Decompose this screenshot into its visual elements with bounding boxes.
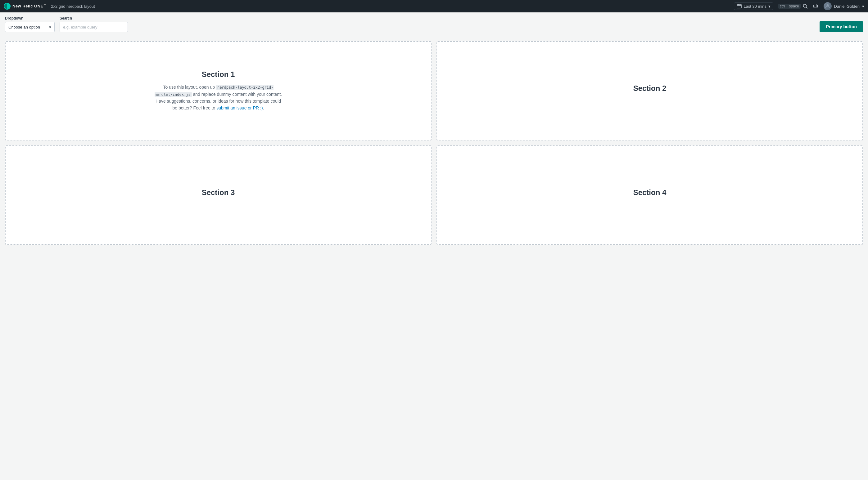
section-card-section1: Section 1To use this layout, open up ner… xyxy=(5,41,432,140)
search-shortcut: ctrl + space xyxy=(778,3,808,9)
dropdown-label: Dropdown xyxy=(5,16,55,21)
logo-tm: ™ xyxy=(43,4,46,6)
calendar-icon xyxy=(737,4,742,9)
dropdown-field: Dropdown Choose an option ▾ xyxy=(5,16,55,32)
avatar-image xyxy=(824,2,832,10)
chart-icon[interactable] xyxy=(813,3,819,10)
toolbar: Dropdown Choose an option ▾ Search Prima… xyxy=(0,12,868,36)
section-card-section3: Section 3 xyxy=(5,145,432,245)
time-picker-chevron: ▾ xyxy=(768,4,771,9)
page-title-nav: 2x2 grid nerdpack layout xyxy=(51,4,95,9)
user-name: Daniel Golden xyxy=(834,4,860,9)
search-field: Search xyxy=(60,16,128,32)
time-picker-button[interactable]: Last 30 mins ▾ xyxy=(734,2,773,10)
section4-title: Section 4 xyxy=(633,188,666,197)
user-menu[interactable]: Daniel Golden ▾ xyxy=(824,2,864,10)
user-menu-chevron: ▾ xyxy=(862,4,864,9)
search-icon[interactable] xyxy=(803,3,808,9)
kbd-shortcut: ctrl + space xyxy=(778,4,801,9)
svg-line-5 xyxy=(806,7,807,9)
primary-button[interactable]: Primary button xyxy=(819,21,863,32)
top-navbar: New Relic ONE™ 2x2 grid nerdpack layout … xyxy=(0,0,868,12)
section3-title: Section 3 xyxy=(202,188,235,197)
dropdown-button[interactable]: Choose an option ▾ xyxy=(5,22,55,32)
dropdown-chevron: ▾ xyxy=(49,25,51,30)
section1-description: To use this layout, open up nerdpack-lay… xyxy=(153,84,283,112)
section-card-section2: Section 2 xyxy=(436,41,863,140)
section1-title: Section 1 xyxy=(202,70,235,79)
search-input[interactable] xyxy=(60,22,128,32)
svg-point-4 xyxy=(803,4,806,7)
section2-title: Section 2 xyxy=(633,84,666,93)
nav-right: Last 30 mins ▾ ctrl + space xyxy=(734,2,864,10)
dropdown-value: Choose an option xyxy=(8,25,40,30)
svg-rect-0 xyxy=(737,4,741,8)
section1-code: nerdpack-layout-2x2-grid-nerdlet/index.j… xyxy=(155,85,273,97)
search-label: Search xyxy=(60,16,128,21)
logo-icon xyxy=(4,3,10,10)
time-picker-label: Last 30 mins xyxy=(744,4,767,9)
main-grid: Section 1To use this layout, open up ner… xyxy=(0,36,868,250)
avatar xyxy=(824,2,832,10)
section1-link[interactable]: submit an issue or PR :) xyxy=(216,105,262,110)
section-card-section4: Section 4 xyxy=(436,145,863,245)
logo: New Relic ONE™ xyxy=(4,3,46,10)
logo-text: New Relic ONE™ xyxy=(12,4,46,8)
